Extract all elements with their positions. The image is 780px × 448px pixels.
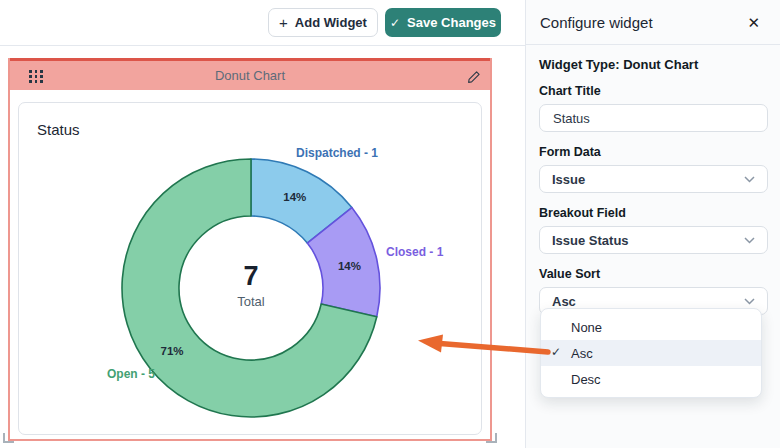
value-sort-value: Asc xyxy=(552,294,576,309)
chevron-down-icon xyxy=(744,298,755,305)
widget-header: Donut Chart xyxy=(10,58,490,90)
breakout-field-select[interactable]: Issue Status xyxy=(539,226,768,254)
configure-widget-panel: Configure widget ✕ Widget Type: Donut Ch… xyxy=(525,0,780,448)
pct-label-dispatched: 14% xyxy=(283,191,306,203)
breakout-field-label: Breakout Field xyxy=(539,206,767,220)
chart-title-input[interactable] xyxy=(539,104,768,132)
donut-chart: Dispatched - 1 Closed - 1 Open - 5 7 Tot… xyxy=(8,96,492,441)
slice-label-closed: Closed - 1 xyxy=(386,245,443,259)
option-label: Asc xyxy=(571,346,593,361)
chevron-down-icon xyxy=(744,237,755,244)
dropdown-option-desc[interactable]: Desc xyxy=(541,366,761,392)
check-icon: ✓ xyxy=(551,345,561,359)
add-widget-label: Add Widget xyxy=(295,15,367,30)
widget-header-title: Donut Chart xyxy=(10,68,490,83)
option-label: Desc xyxy=(571,372,601,387)
total-label: Total xyxy=(237,294,264,309)
value-sort-label: Value Sort xyxy=(539,267,767,281)
check-icon: ✓ xyxy=(390,16,400,30)
form-data-value: Issue xyxy=(552,172,585,187)
slice-label-dispatched: Dispatched - 1 xyxy=(296,146,378,160)
value-sort-dropdown: None ✓ Asc Desc xyxy=(540,308,762,398)
chevron-down-icon xyxy=(744,176,755,183)
chart-title-label: Chart Title xyxy=(539,84,767,98)
panel-header: Configure widget ✕ xyxy=(526,0,780,45)
save-changes-button[interactable]: ✓ Save Changes xyxy=(385,8,501,37)
close-icon[interactable]: ✕ xyxy=(741,13,766,32)
save-changes-label: Save Changes xyxy=(407,15,496,30)
option-label: None xyxy=(571,320,602,335)
widget-type-line: Widget Type: Donut Chart xyxy=(539,57,767,72)
slice-label-open: Open - 5 xyxy=(107,367,155,381)
widget-type-value: Donut Chart xyxy=(623,57,698,72)
total-value: 7 xyxy=(237,262,264,292)
dropdown-option-asc[interactable]: ✓ Asc xyxy=(541,340,761,366)
pct-label-closed: 14% xyxy=(338,260,361,272)
pct-label-open: 71% xyxy=(161,345,184,357)
add-widget-button[interactable]: + Add Widget xyxy=(268,8,378,37)
dropdown-option-none[interactable]: None xyxy=(541,314,761,340)
form-data-select[interactable]: Issue xyxy=(539,165,768,193)
panel-body: Widget Type: Donut Chart Chart Title For… xyxy=(526,45,780,315)
breakout-field-value: Issue Status xyxy=(552,233,629,248)
edit-pencil-icon[interactable] xyxy=(465,68,483,86)
resize-handle-bottom-left[interactable] xyxy=(3,433,14,443)
donut-center-total: 7 Total xyxy=(237,262,264,309)
toolbar-divider xyxy=(0,45,525,46)
plus-icon: + xyxy=(279,14,288,31)
dashboard-editor: + Add Widget ✓ Save Changes Donut Chart … xyxy=(0,0,780,448)
form-data-label: Form Data xyxy=(539,145,767,159)
widget-type-label: Widget Type: xyxy=(539,57,620,72)
panel-title: Configure widget xyxy=(540,14,653,31)
resize-handle-bottom-right[interactable] xyxy=(486,433,497,443)
